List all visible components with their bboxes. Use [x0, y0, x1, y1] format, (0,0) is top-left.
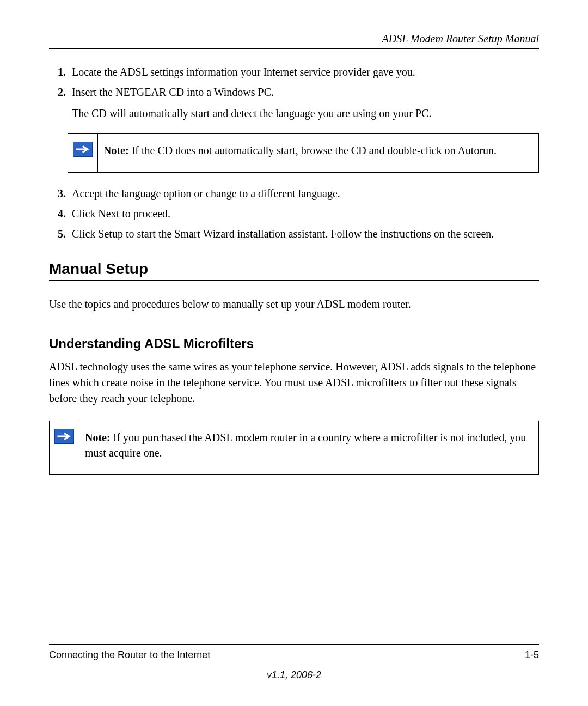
footer-chapter: Connecting the Router to the Internet [49, 649, 210, 661]
page: ADSL Modem Router Setup Manual Locate th… [0, 0, 588, 706]
note-body: If you purchased the ADSL modem router i… [85, 431, 526, 459]
footer-rule [49, 644, 539, 645]
step-text: Locate the ADSL settings information you… [72, 66, 415, 78]
note-label: Note: [85, 431, 113, 443]
ordered-steps-a: Locate the ADSL settings information you… [49, 64, 539, 121]
step-5: Click Setup to start the Smart Wizard in… [69, 226, 539, 242]
header-rule [49, 48, 539, 49]
subsection-body: ADSL technology uses the same wires as y… [49, 359, 539, 406]
step-text: Click Next to proceed. [72, 208, 170, 220]
step-4: Click Next to proceed. [69, 206, 539, 222]
section-heading: Manual Setup [49, 260, 539, 281]
step-1: Locate the ADSL settings information you… [69, 64, 539, 80]
note-icon-cell [68, 134, 98, 172]
note-icon-cell [50, 421, 79, 474]
step-text: Click Setup to start the Smart Wizard in… [72, 228, 494, 240]
arrow-right-icon [73, 142, 93, 157]
note-text: Note: If the CD does not automatically s… [98, 134, 538, 172]
note-label: Note: [103, 144, 132, 156]
step-text: Accept the language option or change to … [72, 187, 340, 199]
subsection-heading: Understanding ADSL Microfilters [49, 336, 539, 351]
step-2: Insert the NETGEAR CD into a Windows PC.… [69, 84, 539, 121]
arrow-right-icon [54, 429, 74, 444]
step-subtext: The CD will automatically start and dete… [72, 106, 539, 121]
footer-line: Connecting the Router to the Internet 1-… [49, 649, 539, 661]
footer-version: v1.1, 2006-2 [49, 670, 539, 681]
section-intro: Use the topics and procedures below to m… [49, 296, 539, 312]
note-box: Note: If you purchased the ADSL modem ro… [49, 421, 539, 475]
note-body: If the CD does not automatically start, … [132, 144, 497, 156]
step-3: Accept the language option or change to … [69, 186, 539, 202]
running-header: ADSL Modem Router Setup Manual [49, 33, 539, 45]
note-text: Note: If you purchased the ADSL modem ro… [79, 421, 538, 474]
note-box: Note: If the CD does not automatically s… [68, 133, 539, 173]
footer-page-number: 1-5 [525, 649, 539, 661]
step-text: Insert the NETGEAR CD into a Windows PC. [72, 86, 274, 98]
ordered-steps-b: Accept the language option or change to … [49, 186, 539, 242]
page-footer: Connecting the Router to the Internet 1-… [49, 644, 539, 681]
